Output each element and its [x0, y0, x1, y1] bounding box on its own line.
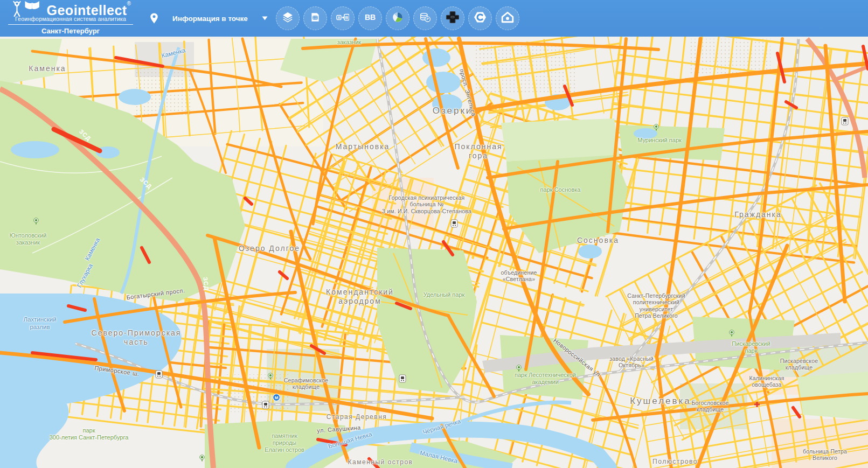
- layers-icon: [282, 11, 294, 25]
- pie-chart-icon: [392, 11, 404, 25]
- pie-chart-button[interactable]: [386, 6, 409, 30]
- svg-text:Р: Р: [427, 17, 429, 22]
- svg-text:B: B: [345, 15, 349, 20]
- hex-magnet-button[interactable]: [468, 6, 492, 30]
- coins-ruble-button[interactable]: Р: [413, 6, 437, 30]
- location-pin-icon: [149, 12, 159, 24]
- logo-divider: [8, 24, 133, 25]
- sim-card-button[interactable]: [303, 6, 327, 30]
- railway-station-icon: [156, 371, 162, 378]
- railway-station-icon: [451, 220, 457, 227]
- svg-text:М: М: [275, 395, 279, 400]
- map-toolbar: ABBBР: [274, 6, 522, 30]
- home-button[interactable]: [496, 6, 519, 30]
- svg-text:A: A: [338, 16, 341, 19]
- home-icon: [501, 11, 514, 25]
- metro-station-icon: М: [273, 394, 280, 401]
- brand-tagline: Геоинформационная система аналитика: [15, 16, 126, 22]
- cross-icon: [446, 11, 459, 26]
- current-city: Санкт-Петербург: [41, 27, 100, 35]
- logo-book-icon: [25, 1, 39, 9]
- cross-button[interactable]: [441, 6, 464, 30]
- railway-station-icon: [262, 401, 269, 409]
- railway-station-icon: [842, 117, 848, 125]
- coins-ruble-icon: Р: [419, 11, 431, 25]
- app-logo[interactable]: Geointellect® Геоинформационная система …: [0, 2, 141, 35]
- registered-mark: ®: [127, 1, 131, 6]
- route-ab-button[interactable]: AB: [331, 6, 355, 30]
- point-info-label: Информация в точке: [172, 15, 248, 23]
- point-info-dropdown[interactable]: Информация в точке: [149, 12, 268, 24]
- route-ab-icon: AB: [336, 11, 349, 25]
- sim-card-icon: [309, 11, 321, 25]
- chevron-down-icon: [262, 16, 268, 20]
- layers-button[interactable]: [276, 6, 300, 30]
- bb-button[interactable]: BB: [358, 6, 382, 30]
- logo-figure-icon: [10, 1, 44, 17]
- app-header: Geointellect® Геоинформационная система …: [0, 0, 868, 37]
- svg-text:BB: BB: [365, 13, 376, 22]
- map-canvas[interactable]: М КаменказаказникОзеркиМартыновкаПоклонн…: [0, 0, 868, 468]
- railway-station-icon: [399, 375, 406, 382]
- hex-magnet-icon: [474, 11, 487, 25]
- bb-icon: BB: [363, 11, 377, 25]
